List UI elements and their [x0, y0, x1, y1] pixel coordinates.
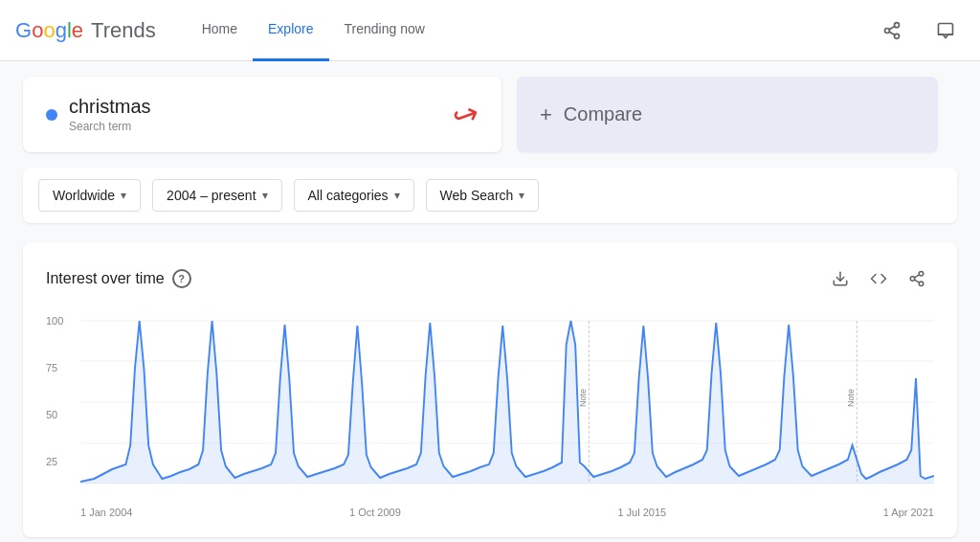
share-icon [882, 21, 902, 40]
help-icon[interactable]: ? [172, 269, 191, 288]
download-icon [832, 270, 849, 287]
search-dot [46, 109, 57, 121]
svg-line-4 [889, 26, 895, 29]
y-label-50: 50 [46, 409, 80, 420]
main-content: christmas Search term ↩ + Compare Worldw… [0, 61, 980, 542]
nav-explore[interactable]: Explore [253, 0, 328, 61]
type-filter-label: Web Search [440, 188, 514, 203]
x-label-2015: 1 Jul 2015 [617, 507, 666, 518]
svg-rect-5 [939, 23, 953, 34]
chart-card: Interest over time ? [23, 242, 957, 537]
header-actions [873, 11, 965, 50]
embed-icon [870, 270, 887, 287]
search-term-card: christmas Search term ↩ [23, 77, 501, 152]
svg-line-10 [914, 280, 919, 282]
x-axis: 1 Jan 2004 1 Oct 2009 1 Jul 2015 1 Apr 2… [46, 503, 934, 518]
nav-trending[interactable]: Trending now [329, 0, 440, 61]
logo-trends: Trends [91, 18, 156, 43]
logo-google: Google [15, 18, 83, 43]
header: Google Trends Home Explore Trending now [0, 0, 980, 61]
region-filter[interactable]: Worldwide ▾ [38, 179, 141, 212]
y-axis: 100 75 50 25 [46, 311, 80, 503]
chart-header: Interest over time ? [46, 261, 934, 296]
red-arrow-annotation: ↩ [447, 93, 483, 136]
svg-text:Note: Note [846, 389, 856, 407]
svg-line-11 [914, 275, 919, 278]
chart-share-icon [908, 270, 925, 287]
region-chevron-icon: ▾ [121, 189, 126, 202]
category-filter[interactable]: All categories ▾ [294, 179, 414, 212]
compare-plus-icon: + [540, 102, 552, 127]
type-chevron-icon: ▾ [519, 189, 524, 202]
search-text-block: christmas Search term [69, 96, 445, 133]
y-label-100: 100 [46, 315, 80, 327]
timerange-chevron-icon: ▾ [262, 189, 268, 202]
search-term-text: christmas [69, 96, 445, 118]
svg-text:Note: Note [578, 389, 588, 407]
x-label-2009: 1 Oct 2009 [349, 507, 401, 518]
search-cards-row: christmas Search term ↩ + Compare [23, 77, 957, 152]
chart-actions [823, 261, 934, 296]
logo: Google Trends [15, 18, 156, 43]
main-nav: Home Explore Trending now [187, 0, 850, 61]
chart-container: 100 75 50 25 [46, 311, 934, 518]
interest-chart: Note Note [80, 311, 934, 503]
category-filter-label: All categories [308, 188, 389, 203]
svg-line-3 [889, 32, 895, 34]
feedback-button[interactable] [926, 11, 965, 50]
share-button[interactable] [873, 11, 911, 50]
compare-label: Compare [564, 103, 642, 125]
timerange-filter-label: 2004 – present [167, 188, 256, 203]
search-term-type: Search term [69, 120, 445, 133]
x-label-2021: 1 Apr 2021 [883, 507, 934, 518]
timerange-filter[interactable]: 2004 – present ▾ [152, 179, 281, 212]
compare-card[interactable]: + Compare [517, 77, 938, 152]
x-label-2004: 1 Jan 2004 [80, 507, 132, 518]
chart-title: Interest over time [46, 270, 165, 287]
region-filter-label: Worldwide [53, 188, 115, 203]
filters-bar: Worldwide ▾ 2004 – present ▾ All categor… [23, 168, 957, 223]
type-filter[interactable]: Web Search ▾ [426, 179, 540, 212]
y-label-25: 25 [46, 456, 80, 467]
feedback-icon [936, 21, 955, 40]
category-chevron-icon: ▾ [394, 189, 400, 202]
chart-title-area: Interest over time ? [46, 269, 191, 288]
y-label-75: 75 [46, 362, 80, 373]
embed-button[interactable] [861, 261, 896, 296]
chart-share-button[interactable] [900, 261, 934, 296]
download-button[interactable] [823, 261, 858, 296]
nav-home[interactable]: Home [187, 0, 253, 61]
